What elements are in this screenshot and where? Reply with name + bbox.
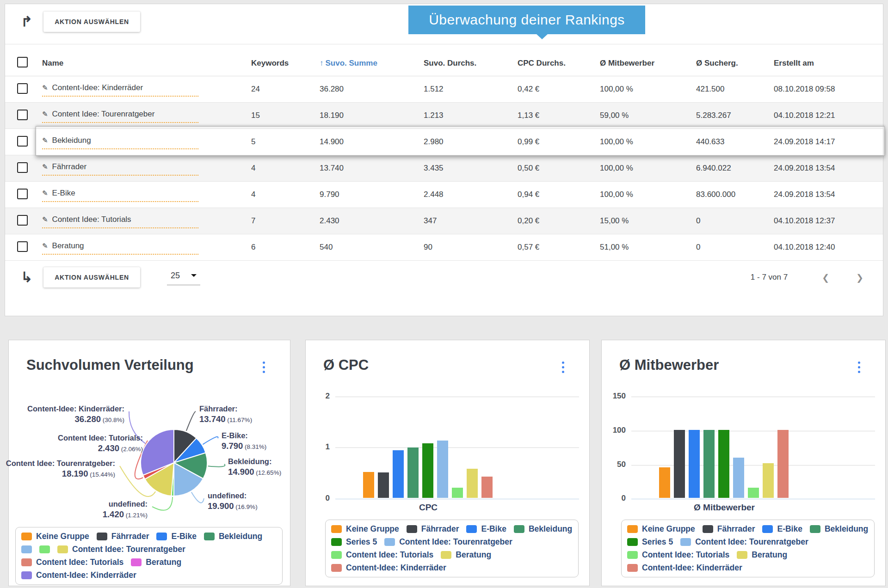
table-row: ✎ Fährrader 4 13.740 3.435 0,50 € 100,00… [5,155,883,182]
pie-label-percent: 2.06% [123,446,141,453]
legend-swatch-icon [810,525,820,533]
row-checkbox[interactable] [17,241,28,252]
pie-slice-label: undefined:1.420 (1.21%) [103,499,148,520]
edit-pencil-icon: ✎ [42,110,48,118]
table-row: ✎ Beratung 6 540 90 0,57 € 51,00 % 0 04.… [5,234,883,261]
y-axis-tick-label: 100 [602,426,626,435]
pie-label-percent: 1.21% [128,512,145,519]
legend-label: E-Bike [171,532,196,541]
cell-suvo-durchs: 90 [418,243,512,252]
legend-swatch-icon [21,571,32,579]
legend-item: Content-Idee: Kinderräder [331,563,446,573]
column-header-suvo-summe[interactable]: ↑Suvo. Summe [314,59,418,68]
legend-item: Content Idee: Tutorials [627,550,729,560]
legend-label: Beratung [456,550,491,560]
legend-label: Content Idee: Tourenratgeber [399,537,512,547]
legend-label: Content-Idee: Kinderräder [36,570,136,580]
table-header-row: Name Keywords ↑Suvo. Summe Suvo. Durchs.… [5,50,883,76]
page-size-select[interactable]: 25 [167,270,200,285]
edit-pencil-icon: ✎ [42,242,48,250]
pie-leader-line [186,411,196,431]
rankings-tooltip-text: Überwachung deiner Rankings [429,12,625,28]
row-name-label: Content-Idee: Kinderräder [52,83,143,92]
legend-label: Content Idee: Tutorials [346,550,433,560]
row-name-label: Content Idee: Tutorials [52,215,131,224]
row-name-editable[interactable]: ✎ Fährrader [42,161,198,176]
row-name-editable[interactable]: ✎ E-Bike [42,187,198,202]
edit-pencil-icon: ✎ [42,189,48,197]
cell-mitbewerber: 51,00 % [594,243,691,252]
pie-label-value: 9.790 [222,441,243,451]
column-header-sucherg[interactable]: Ø Sucherg. [691,59,768,68]
legend-item: Content Idee: Tutorials [21,557,123,567]
pie-label-value: 13.740 [199,414,226,424]
gridline [335,499,579,499]
gridline [631,499,875,499]
legend-item: Series 5 [331,537,377,547]
legend-label: Beratung [752,550,787,560]
row-name-editable[interactable]: ✎ Content Idee: Tutorials [42,214,198,228]
legend-label: E-Bike [777,524,802,534]
bar [467,469,478,498]
column-header-mitbewerber[interactable]: Ø Mitbewerber [594,59,691,68]
column-header-name[interactable]: Name [37,59,246,68]
y-axis-tick-label: 2 [306,392,330,401]
row-checkbox[interactable] [17,162,28,173]
row-checkbox[interactable] [17,136,28,147]
cell-erstellt-am: 08.10.2018 09:58 [768,85,883,94]
bar [437,441,448,498]
suchvolumen-card: Suchvolumen Verteilung Fährrader:13.740 … [8,340,290,586]
row-checkbox[interactable] [17,215,28,226]
pie-label-value: 36.280 [74,414,101,424]
mitbewerber-kebab-menu-icon[interactable] [856,360,862,375]
legend-swatch-icon [204,533,215,540]
bar [407,447,419,498]
row-name-editable[interactable]: ✎ Bekleidung [42,135,198,149]
cell-suvo-summe: 13.740 [314,164,418,173]
cell-suvo-summe: 2.430 [314,216,418,226]
y-axis-tick-label: 0 [602,494,626,503]
column-header-erstellt-am[interactable]: Erstellt am [768,59,883,68]
cpc-x-axis-label: CPC [363,502,493,513]
row-name-editable[interactable]: ✎ Beratung [42,240,198,255]
cell-suvo-durchs: 1.213 [418,111,512,120]
row-name-editable[interactable]: ✎ Content Idee: Tourenratgeber [42,108,198,123]
select-action-button-top[interactable]: AKTION AUSWÄHLEN [43,12,140,32]
column-header-keywords[interactable]: Keywords [246,59,314,68]
previous-page-chevron-icon[interactable]: ❮ [818,270,833,285]
pie-label-value: 18.190 [62,469,88,478]
row-name-label: Bekleidung [52,136,91,145]
row-name-editable[interactable]: ✎ Content-Idee: Kinderräder [42,82,198,97]
legend-swatch-icon [131,558,142,566]
pie-leader-line [191,492,204,503]
cell-erstellt-am: 24.09.2018 14:17 [768,137,883,147]
legend-swatch-icon [680,538,691,546]
cell-erstellt-am: 04.10.2018 12:21 [768,111,883,120]
column-header-cpc-durchs[interactable]: CPC Durchs. [512,59,594,68]
legend-label: Fährrader [111,532,149,541]
cell-sucherg: 83.600.000 [691,190,768,199]
cpc-kebab-menu-icon[interactable] [560,360,566,375]
bar [422,443,433,498]
row-checkbox[interactable] [17,83,28,94]
cell-cpc-durchs: 0,94 € [512,190,594,199]
row-checkbox[interactable] [17,110,28,120]
legend-item: Content Idee: Tourenratgeber [384,537,512,547]
legend-item: Bekleidung [514,524,572,534]
select-all-checkbox[interactable] [17,57,28,67]
select-action-button-bottom[interactable]: AKTION AUSWÄHLEN [43,267,140,288]
pie-slice-label: E-Bike:9.790 (8.31%) [222,431,266,452]
legend-label: Series 5 [346,537,377,547]
column-header-suvo-durchs[interactable]: Suvo. Durchs. [418,59,512,68]
legend-swatch-icon [39,545,50,553]
legend-item: Bekleidung [810,524,868,534]
pie-slice-label: Bekleidung:14.900 (12.65%) [228,457,281,478]
cell-erstellt-am: 24.09.2018 13:54 [768,190,883,199]
legend-label: Keine Gruppe [346,524,399,534]
row-name-label: Fährrader [52,162,87,172]
row-checkbox[interactable] [17,189,28,199]
cell-suvo-durchs: 3.435 [418,164,512,173]
gridline [335,397,579,397]
next-page-chevron-icon[interactable]: ❯ [852,270,867,285]
cpc-card-title: Ø CPC [323,357,369,374]
